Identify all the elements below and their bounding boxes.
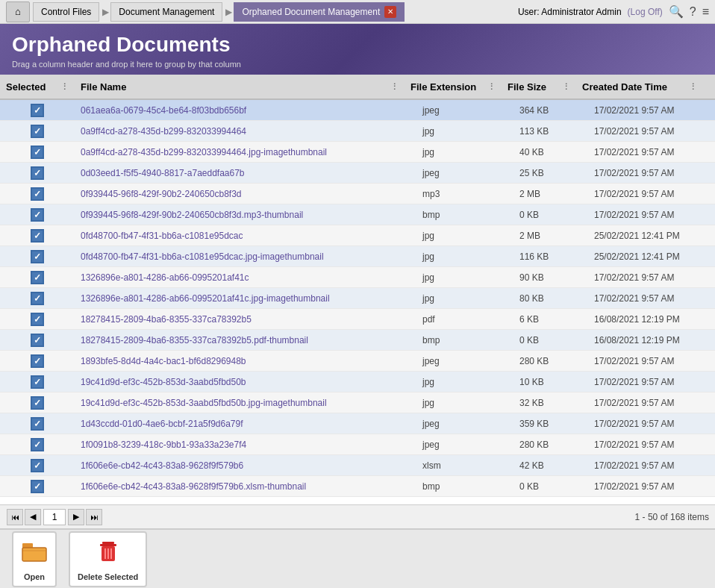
table-row[interactable]: 1326896e-a801-4286-ab66-0995201af41c jpg… bbox=[0, 267, 715, 288]
row-checkbox-cell[interactable] bbox=[0, 104, 75, 117]
row-checkbox-cell[interactable] bbox=[0, 334, 75, 347]
row-checkbox-cell[interactable] bbox=[0, 229, 75, 243]
row-ext: jpg bbox=[416, 251, 513, 262]
menu-icon: ≡ bbox=[702, 5, 709, 18]
row-date: 25/02/2021 12:41 PM bbox=[588, 231, 715, 241]
row-checkbox[interactable] bbox=[31, 417, 44, 431]
row-checkbox-cell[interactable] bbox=[0, 250, 75, 263]
row-checkbox-cell[interactable] bbox=[0, 271, 75, 284]
row-size: 25 KB bbox=[513, 168, 588, 178]
row-checkbox[interactable] bbox=[31, 438, 44, 451]
row-size: 2 MB bbox=[513, 231, 588, 241]
table-row[interactable]: 1893bfe5-8d4d-4a4c-bac1-bf6d8296948b jpe… bbox=[0, 351, 715, 372]
logoff-link[interactable]: (Log Off) bbox=[628, 7, 663, 17]
row-checkbox[interactable] bbox=[31, 334, 44, 347]
table-row[interactable]: 1f606e6e-cb42-4c43-83a8-9628f9f579b6 xls… bbox=[0, 455, 715, 476]
table-row[interactable]: 0f939445-96f8-429f-90b2-240650cb8f3d.mp3… bbox=[0, 204, 715, 225]
row-checkbox-cell[interactable] bbox=[0, 480, 75, 493]
breadcrumb-orphaned-document-management[interactable]: Orphaned Document Management ✕ bbox=[234, 2, 405, 22]
breadcrumb-control-files[interactable]: Control Files bbox=[33, 2, 99, 22]
row-size: 364 KB bbox=[513, 105, 588, 116]
table-row[interactable]: 18278415-2809-4ba6-8355-337ca78392b5 pdf… bbox=[0, 309, 715, 330]
row-checkbox[interactable] bbox=[31, 229, 44, 243]
col-drag-filename[interactable]: ⋮ bbox=[390, 82, 399, 92]
row-size: 280 KB bbox=[513, 440, 588, 450]
row-checkbox-cell[interactable] bbox=[0, 292, 75, 305]
row-checkbox[interactable] bbox=[31, 208, 44, 222]
row-checkbox-cell[interactable] bbox=[0, 459, 75, 472]
row-checkbox-cell[interactable] bbox=[0, 354, 75, 368]
row-checkbox[interactable] bbox=[31, 459, 44, 472]
next-page-button[interactable]: ▶ bbox=[68, 509, 84, 525]
row-size: 90 KB bbox=[513, 272, 588, 283]
row-checkbox[interactable] bbox=[31, 187, 44, 201]
col-header-filename[interactable]: File Name ⋮ bbox=[75, 81, 405, 93]
table-row[interactable]: 0d03eed1-f5f5-4940-8817-a7aeddfaa67b jpe… bbox=[0, 163, 715, 184]
search-button[interactable]: 🔍 bbox=[669, 4, 684, 19]
table-row[interactable]: 19c41d9d-ef3c-452b-853d-3aabd5fbd50b.jpg… bbox=[0, 392, 715, 413]
table-row[interactable]: 0fd48700-fb47-4f31-bb6a-c1081e95dcac.jpg… bbox=[0, 246, 715, 267]
page-number-input[interactable] bbox=[43, 509, 66, 525]
row-checkbox-cell[interactable] bbox=[0, 187, 75, 201]
table-row[interactable]: 0f939445-96f8-429f-90b2-240650cb8f3d mp3… bbox=[0, 184, 715, 204]
col-header-size[interactable]: File Size ⋮ bbox=[502, 81, 576, 93]
row-checkbox-cell[interactable] bbox=[0, 417, 75, 431]
row-checkbox[interactable] bbox=[31, 375, 44, 389]
last-page-button[interactable]: ⏭ bbox=[86, 509, 102, 525]
table-row[interactable]: 0a9ff4cd-a278-435d-b299-832033994464.jpg… bbox=[0, 142, 715, 163]
row-checkbox[interactable] bbox=[31, 146, 44, 159]
home-button[interactable]: ⌂ bbox=[6, 1, 30, 22]
menu-button[interactable]: ≡ bbox=[702, 5, 709, 19]
row-checkbox[interactable] bbox=[31, 104, 44, 117]
row-checkbox[interactable] bbox=[31, 292, 44, 305]
row-checkbox-cell[interactable] bbox=[0, 313, 75, 326]
row-filename: 1f606e6e-cb42-4c43-83a8-9628f9f579b6 bbox=[75, 460, 416, 471]
row-ext: jpeg bbox=[416, 440, 513, 450]
row-filename: 1326896e-a801-4286-ab66-0995201af41c.jpg… bbox=[75, 293, 416, 304]
row-size: 42 KB bbox=[513, 460, 588, 471]
table-row[interactable]: 19c41d9d-ef3c-452b-853d-3aabd5fbd50b jpg… bbox=[0, 372, 715, 392]
row-checkbox[interactable] bbox=[31, 396, 44, 410]
close-tab-button[interactable]: ✕ bbox=[384, 6, 396, 18]
col-header-ext[interactable]: File Extension ⋮ bbox=[405, 81, 502, 93]
table-row[interactable]: 061aea6a-0679-45c4-be64-8f03bdb656bf jpe… bbox=[0, 100, 715, 121]
row-checkbox-cell[interactable] bbox=[0, 208, 75, 222]
table-row[interactable]: 1326896e-a801-4286-ab66-0995201af41c.jpg… bbox=[0, 288, 715, 309]
col-drag-date[interactable]: ⋮ bbox=[689, 82, 697, 92]
open-button[interactable]: Open bbox=[12, 531, 57, 587]
col-drag-selected[interactable]: ⋮ bbox=[60, 82, 69, 92]
help-button[interactable]: ? bbox=[690, 5, 696, 19]
col-drag-ext[interactable]: ⋮ bbox=[487, 82, 496, 92]
row-checkbox-cell[interactable] bbox=[0, 166, 75, 180]
table-row[interactable]: 0fd48700-fb47-4f31-bb6a-c1081e95dcac jpg… bbox=[0, 225, 715, 246]
col-header-date[interactable]: Created Date Time ⋮ bbox=[576, 81, 703, 93]
row-checkbox[interactable] bbox=[31, 250, 44, 263]
row-checkbox-cell[interactable] bbox=[0, 396, 75, 410]
table-row[interactable]: 1f606e6e-cb42-4c43-83a8-9628f9f579b6.xls… bbox=[0, 476, 715, 497]
row-checkbox-cell[interactable] bbox=[0, 438, 75, 451]
col-header-selected[interactable]: Selected ⋮ bbox=[0, 81, 75, 93]
row-checkbox-cell[interactable] bbox=[0, 375, 75, 389]
table-row[interactable]: 1f0091b8-3239-418c-9bb1-93a33a23e7f4 jpe… bbox=[0, 434, 715, 455]
prev-page-button[interactable]: ◀ bbox=[25, 509, 41, 525]
row-checkbox[interactable] bbox=[31, 313, 44, 326]
row-ext: bmp bbox=[416, 335, 513, 345]
svg-rect-4 bbox=[102, 542, 114, 544]
table-row[interactable]: 0a9ff4cd-a278-435d-b299-832033994464 jpg… bbox=[0, 121, 715, 142]
row-checkbox-cell[interactable] bbox=[0, 146, 75, 159]
row-checkbox[interactable] bbox=[31, 125, 44, 138]
row-ext: jpg bbox=[416, 272, 513, 283]
row-checkbox[interactable] bbox=[31, 480, 44, 493]
breadcrumb-document-management[interactable]: Document Management bbox=[110, 2, 222, 22]
table-row[interactable]: 1d43ccdd-01d0-4ae6-bcbf-21a5f9d6a79f jpe… bbox=[0, 413, 715, 434]
row-checkbox[interactable] bbox=[31, 166, 44, 180]
first-page-button[interactable]: ⏮ bbox=[7, 509, 23, 525]
user-label: User: Administrator Admin bbox=[518, 7, 622, 17]
delete-selected-button[interactable]: Delete Selected bbox=[69, 531, 147, 587]
col-drag-size[interactable]: ⋮ bbox=[562, 82, 570, 92]
row-checkbox-cell[interactable] bbox=[0, 125, 75, 138]
row-size: 116 KB bbox=[513, 251, 588, 262]
row-checkbox[interactable] bbox=[31, 271, 44, 284]
row-checkbox[interactable] bbox=[31, 354, 44, 368]
table-row[interactable]: 18278415-2809-4ba6-8355-337ca78392b5.pdf… bbox=[0, 330, 715, 351]
